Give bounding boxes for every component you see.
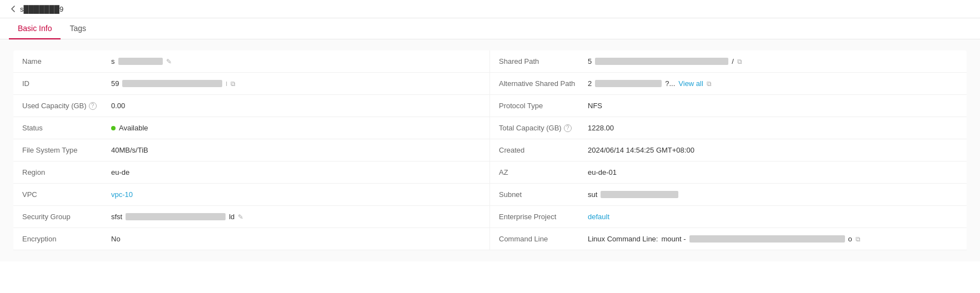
- vpc-label: VPC: [22, 190, 111, 199]
- filesystem-row: File System Type 40MB/s/TiB: [13, 139, 490, 161]
- tabs-bar: Basic Info Tags: [0, 18, 980, 39]
- az-value: eu-de-01: [588, 168, 958, 176]
- tab-tags[interactable]: Tags: [61, 18, 95, 39]
- asp-prefix: 2: [588, 79, 592, 88]
- page-title: s███████9: [20, 5, 63, 13]
- vpc-value[interactable]: vpc-10: [111, 190, 481, 199]
- az-row: AZ eu-de-01: [490, 161, 967, 184]
- total-capacity-value: 1228.00: [588, 124, 958, 132]
- asp-copy-icon[interactable]: ⧉: [707, 80, 712, 88]
- info-grid: Name s ✎ ID 59 l ⧉ Us: [13, 50, 967, 250]
- used-capacity-row: Used Capacity (GB) ? 0.00: [13, 95, 490, 117]
- created-value: 2024/06/14 14:54:25 GMT+08:00: [588, 146, 958, 154]
- left-column: Name s ✎ ID 59 l ⧉ Us: [13, 50, 490, 250]
- id-prefix: 59: [111, 79, 119, 88]
- content-area: Name s ✎ ID 59 l ⧉ Us: [0, 39, 980, 261]
- sg-blurred: [126, 213, 226, 220]
- sp-copy-icon[interactable]: ⧉: [737, 58, 742, 65]
- shared-path-row: Shared Path 5 / ⧉: [490, 50, 967, 73]
- back-arrow-icon: [9, 4, 18, 13]
- name-label: Name: [22, 57, 111, 65]
- total-capacity-help-icon[interactable]: ?: [564, 124, 572, 132]
- encryption-label: Encryption: [22, 235, 111, 243]
- status-dot-icon: [111, 126, 116, 130]
- enterprise-project-value[interactable]: default: [588, 213, 958, 221]
- used-capacity-label: Used Capacity (GB) ?: [22, 102, 111, 110]
- alt-shared-path-row: Alternative Shared Path 2 ?... View all …: [490, 73, 967, 95]
- sg-edit-icon[interactable]: ✎: [238, 213, 243, 221]
- name-value: s ✎: [111, 57, 481, 65]
- sg-suffix: ld: [229, 213, 234, 221]
- id-value: 59 l ⧉: [111, 79, 481, 88]
- id-copy-icon[interactable]: ⧉: [231, 80, 236, 88]
- status-row: Status Available: [13, 117, 490, 139]
- header: s███████9: [0, 0, 980, 18]
- cmd-text: mount -: [661, 235, 686, 243]
- alt-shared-path-label: Alternative Shared Path: [499, 79, 588, 88]
- enterprise-project-row: Enterprise Project default: [490, 206, 967, 228]
- az-label: AZ: [499, 168, 588, 176]
- security-group-label: Security Group: [22, 213, 111, 221]
- filesystem-label: File System Type: [22, 146, 111, 154]
- asp-blurred: [595, 80, 662, 87]
- security-group-value: sfst ld ✎: [111, 213, 481, 221]
- encryption-value: No: [111, 235, 481, 243]
- shared-path-label: Shared Path: [499, 57, 588, 65]
- command-line-value: Linux Command Line: mount - o ⧉: [588, 235, 958, 243]
- sg-prefix: sfst: [111, 213, 122, 221]
- sp-prefix: 5: [588, 57, 592, 65]
- subnet-label: Subnet: [499, 190, 588, 199]
- command-prefix: Linux Command Line:: [588, 235, 658, 243]
- status-value: Available: [111, 124, 481, 132]
- cmd-blurred: [689, 235, 845, 243]
- subnet-blurred: [601, 191, 678, 198]
- used-capacity-value: 0.00: [111, 102, 481, 110]
- filesystem-value: 40MB/s/TiB: [111, 146, 481, 154]
- name-edit-icon[interactable]: ✎: [166, 58, 172, 65]
- sp-slash: /: [732, 57, 734, 65]
- id-label: ID: [22, 79, 111, 88]
- asp-ellipsis: ?...: [665, 79, 675, 88]
- total-capacity-row: Total Capacity (GB) ? 1228.00: [490, 117, 967, 139]
- used-capacity-help-icon[interactable]: ?: [89, 102, 97, 110]
- subnet-row: Subnet sut: [490, 184, 967, 206]
- encryption-row: Encryption No: [13, 228, 490, 250]
- region-row: Region eu-de: [13, 161, 490, 184]
- command-line-label: Command Line: [499, 235, 588, 243]
- id-blurred: [122, 80, 222, 87]
- subnet-prefix: sut: [588, 190, 597, 199]
- id-row: ID 59 l ⧉: [13, 73, 490, 95]
- right-column: Shared Path 5 / ⧉ Alternative Shared Pat…: [490, 50, 967, 250]
- subnet-value: sut: [588, 190, 958, 199]
- protocol-type-row: Protocol Type NFS: [490, 95, 967, 117]
- status-text: Available: [119, 124, 148, 132]
- total-capacity-label: Total Capacity (GB) ?: [499, 124, 588, 132]
- name-row: Name s ✎: [13, 50, 490, 73]
- created-row: Created 2024/06/14 14:54:25 GMT+08:00: [490, 139, 967, 161]
- tab-basic-info[interactable]: Basic Info: [9, 18, 61, 39]
- name-blurred: [118, 58, 163, 65]
- sp-blurred: [595, 58, 728, 65]
- created-label: Created: [499, 146, 588, 154]
- cmd-copy-icon[interactable]: ⧉: [856, 235, 861, 243]
- back-button[interactable]: [9, 4, 18, 13]
- protocol-type-value: NFS: [588, 102, 958, 110]
- region-label: Region: [22, 168, 111, 176]
- shared-path-value: 5 / ⧉: [588, 57, 958, 65]
- region-value: eu-de: [111, 168, 481, 176]
- vpc-row: VPC vpc-10: [13, 184, 490, 206]
- view-all-link[interactable]: View all: [678, 79, 703, 88]
- enterprise-project-label: Enterprise Project: [499, 213, 588, 221]
- id-suffix: l: [226, 80, 227, 87]
- command-line-row: Command Line Linux Command Line: mount -…: [490, 228, 967, 250]
- cmd-suffix: o: [848, 235, 852, 243]
- status-label: Status: [22, 124, 111, 132]
- protocol-type-label: Protocol Type: [499, 102, 588, 110]
- security-group-row: Security Group sfst ld ✎: [13, 206, 490, 228]
- name-text: s: [111, 57, 115, 65]
- alt-shared-path-value: 2 ?... View all ⧉: [588, 79, 958, 88]
